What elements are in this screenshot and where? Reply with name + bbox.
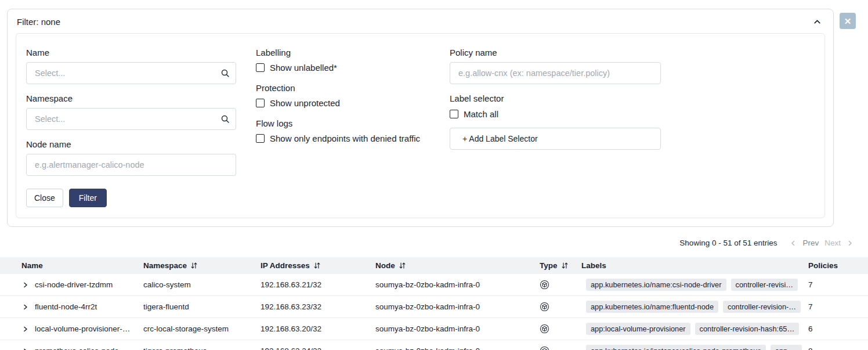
node-name-label: Node name [26,139,236,149]
table-row: prometheus-calico-node-… tigera-promethe… [0,340,868,350]
pagination: Showing 0 - 51 of 51 entries Prev Next [0,227,868,247]
expand-row-icon[interactable] [22,304,29,311]
endpoint-node: soumya-bz-0zbo-kadm-infra-0 [375,302,540,311]
col-header-labels: Labels [581,261,808,270]
namespace-select [26,108,236,130]
chevron-right-icon[interactable] [847,240,853,247]
protection-heading: Protection [256,83,431,93]
filter-button[interactable]: Filter [69,189,107,207]
search-icon [220,68,230,78]
col-header-policies: Policies [808,261,868,270]
sort-icon[interactable] [399,262,406,269]
close-icon: ✕ [844,16,852,26]
endpoint-policies-count: 6 [808,324,868,333]
filter-actions: Close Filter [26,189,236,207]
policy-name-input[interactable] [450,62,661,84]
flow-logs-group: Flow logs Show only endpoints with denie… [256,118,431,143]
col-header-name: Name [0,261,143,270]
col-header-type[interactable]: Type [540,261,581,270]
prev-button[interactable]: Prev [802,239,819,247]
close-panel-button[interactable]: ✕ [840,13,856,29]
filter-column-3: Policy name Label selector Match all + A… [450,48,661,150]
sort-icon[interactable] [190,262,198,269]
match-all-row: Match all [450,109,661,119]
name-select-input[interactable] [26,62,236,84]
namespace-label: Namespace [26,93,236,103]
filter-panel-body: Name Namespace Node name [16,33,825,218]
node-name-input[interactable] [26,154,236,176]
filter-column-2: Labelling Show unlabelled* Protection Sh… [256,48,431,154]
table-header: Name Namespace IP Addresses Node Type La… [0,257,868,274]
endpoint-node: soumya-bz-0zbo-kadm-infra-0 [375,324,540,333]
table-row: fluentd-node-4rr2t tigera-fluentd 192.16… [0,296,868,318]
endpoint-node: soumya-bz-0zbo-kadm-infra-0 [375,280,540,289]
show-unprotected-label: Show unprotected [270,98,340,108]
label-badge: app:local-volume-provisioner [586,323,690,335]
denied-traffic-checkbox[interactable] [256,134,265,143]
col-header-ip-addresses[interactable]: IP Addresses [261,261,375,270]
endpoint-name: csi-node-driver-tzdmm [35,280,113,289]
show-unlabelled-checkbox[interactable] [256,63,265,72]
name-select [26,62,236,84]
chevron-up-icon [813,19,822,28]
collapse-panel-button[interactable] [812,16,823,27]
denied-traffic-row: Show only endpoints with denied traffic [256,133,431,143]
filter-panel-header: Filter: none [8,9,833,32]
table-row: csi-node-driver-tzdmm calico-system 192.… [0,274,868,296]
close-button[interactable]: Close [26,189,63,207]
label-badge: app.kubernetes.io/name:csi-node-driver [586,279,726,291]
sort-icon[interactable] [313,262,321,269]
show-unprotected-checkbox[interactable] [256,99,265,107]
namespace-select-input[interactable] [26,108,236,130]
endpoint-name: prometheus-calico-node-… [35,347,129,350]
endpoint-namespace: tigera-prometheus [143,347,261,350]
table-row: local-volume-provisioner-… crc-local-sto… [0,318,868,340]
node-name-field [26,154,236,176]
endpoint-name: local-volume-provisioner-… [35,324,130,333]
match-all-label: Match all [464,109,498,119]
expand-row-icon[interactable] [22,282,29,288]
label-badge: app.kubernetes.io/name:fluentd-node [586,301,718,313]
endpoint-policies-count: 7 [808,302,868,311]
label-badge: app.… [771,345,802,350]
filter-panel: Filter: none Name Namespace [7,9,834,227]
endpoint-namespace: crc-local-storage-system [143,324,261,333]
label-selector-label: Label selector [450,93,661,103]
next-button[interactable]: Next [824,239,841,247]
policy-name-label: Policy name [450,48,661,57]
pod-icon [540,327,549,334]
sort-icon[interactable] [561,262,569,269]
match-all-checkbox[interactable] [450,110,458,118]
expand-row-icon[interactable] [22,326,29,333]
filter-panel-title: Filter: none [17,17,60,27]
flow-logs-heading: Flow logs [256,118,431,128]
search-icon [220,114,230,124]
pod-icon [540,305,549,312]
endpoint-name: fluentd-node-4rr2t [35,302,97,311]
endpoint-policies-count: 7 [808,280,868,289]
chevron-left-icon[interactable] [790,240,797,247]
endpoints-table: Name Namespace IP Addresses Node Type La… [0,257,868,350]
show-unlabelled-row: Show unlabelled* [256,63,431,73]
show-unprotected-row: Show unprotected [256,98,431,108]
label-badge: controller-revision-… [723,301,801,313]
labelling-group: Labelling Show unlabelled* [256,48,431,73]
add-label-selector-button[interactable]: + Add Label Selector [450,128,661,150]
col-header-namespace[interactable]: Namespace [143,261,261,270]
policy-name-field [450,62,661,84]
labelling-heading: Labelling [256,48,431,57]
endpoint-policies-count: 8 [808,347,868,350]
denied-traffic-label: Show only endpoints with denied traffic [270,133,420,143]
pod-icon [540,283,549,290]
endpoint-namespace: tigera-fluentd [143,302,261,311]
endpoint-ip: 192.168.63.23/32 [261,302,375,311]
name-label: Name [26,48,236,57]
col-header-node[interactable]: Node [375,261,540,270]
filter-column-1: Name Namespace Node name [26,48,236,207]
expand-row-icon[interactable] [22,348,29,350]
endpoint-node: soumya-bz-0zbo-kadm-infra-0 [375,347,540,350]
endpoint-ip: 192.168.63.24/32 [261,347,375,350]
label-badge: app.kubernetes.io/instance:calico-node-p… [586,345,766,350]
pagination-summary: Showing 0 - 51 of 51 entries [679,239,777,247]
label-badge: controller-revisi… [731,279,798,291]
